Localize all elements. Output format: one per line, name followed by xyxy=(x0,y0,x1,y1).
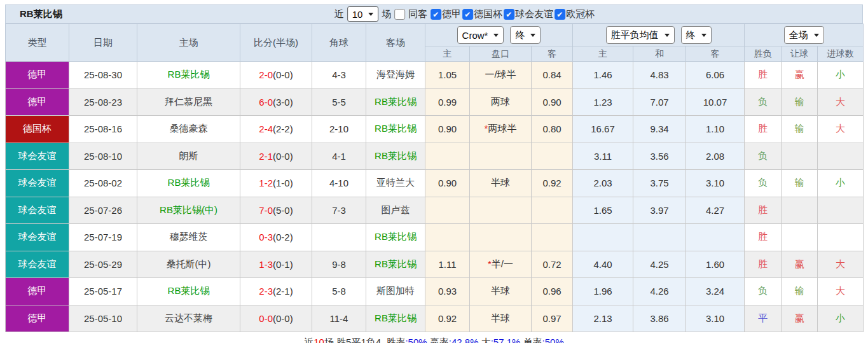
checkbox-icon[interactable] xyxy=(555,9,565,20)
odds-type-value: 胜平负均值 xyxy=(611,29,659,41)
handicap-line-cell xyxy=(470,143,532,170)
handicap-result-cell: 赢 xyxy=(782,305,818,332)
handicap-away-odds-cell: 0.97 xyxy=(532,305,573,332)
checkbox-icon[interactable] xyxy=(504,9,514,20)
league-type-cell: 德甲 xyxy=(6,278,69,305)
avg-draw-odds-cell: 3.56 xyxy=(633,143,686,170)
col-header-odds-away: 客 xyxy=(686,46,745,62)
away-team-cell: 斯图加特 xyxy=(366,278,425,305)
avg-home-odds-cell: 16.67 xyxy=(573,116,633,143)
matches-table: 类型 日期 主场 比分(半场) 角球 客场 Crow* 终 xyxy=(5,24,864,332)
summary-segment: :42.8% xyxy=(449,337,479,343)
col-header-handicap-away: 客 xyxy=(532,46,573,62)
goals-result-cell: 小 xyxy=(818,170,864,197)
same-opponent-checkbox[interactable] xyxy=(394,9,405,20)
avg-away-odds-cell: 1.10 xyxy=(686,116,745,143)
handicap-line-cell xyxy=(470,224,532,251)
corner-cell xyxy=(312,224,366,251)
handicap-company-select[interactable]: Crow* xyxy=(457,26,504,44)
checkbox-icon[interactable] xyxy=(431,9,441,20)
home-team-cell: 朗斯 xyxy=(137,143,240,170)
score-cell: 0-3(0-2) xyxy=(240,224,312,251)
avg-draw-odds-cell: 4.25 xyxy=(633,251,686,278)
match-row: 德甲25-08-23拜仁慕尼黑6-0(3-0)5-5RB莱比锡0.99两球0.9… xyxy=(6,88,864,116)
match-result-cell: 负 xyxy=(745,170,782,197)
league-type-cell: 球会友谊 xyxy=(6,251,69,278)
avg-home-odds-cell: 4.40 xyxy=(573,251,633,278)
chevron-down-icon xyxy=(665,34,670,37)
goals-result-cell: 大 xyxy=(818,88,864,116)
avg-away-odds-cell: 2.08 xyxy=(686,143,745,170)
chevron-down-icon xyxy=(814,34,819,37)
score-cell: 1-2(1-0) xyxy=(240,170,312,197)
summary-segment: 赢率 xyxy=(427,337,449,343)
summary-segment: 近 xyxy=(304,337,313,343)
col-header-handicap-line: 盘口 xyxy=(470,46,532,62)
league-filter-label: 德甲 xyxy=(442,8,461,20)
date-cell: 25-05-17 xyxy=(69,278,137,305)
avg-home-odds-cell: 1.96 xyxy=(573,278,633,305)
league-filter-德国杯[interactable]: 德国杯 xyxy=(462,8,502,20)
page-title: RB莱比锡 xyxy=(20,8,62,20)
league-filters: 德甲德国杯球会友谊欧冠杯 xyxy=(431,8,595,20)
handicap-result-cell xyxy=(782,197,818,224)
avg-home-odds-cell: 1.65 xyxy=(573,197,633,224)
avg-home-odds-cell: 2.13 xyxy=(573,305,633,332)
chevron-down-icon xyxy=(368,13,373,16)
goals-result-cell xyxy=(818,224,864,251)
summary-segment: 单率 xyxy=(520,337,542,343)
col-header-handicap-home: 主 xyxy=(425,46,470,62)
avg-away-odds-cell: 3.10 xyxy=(686,170,745,197)
handicap-home-odds-cell: 0.90 xyxy=(425,170,470,197)
handicap-home-odds-cell: 1.05 xyxy=(425,62,470,89)
header-selects-row: 类型 日期 主场 比分(半场) 角球 客场 Crow* 终 xyxy=(6,24,864,46)
recent-label: 近 xyxy=(334,8,344,20)
away-team-cell: RB莱比锡 xyxy=(366,143,425,170)
league-filter-德甲[interactable]: 德甲 xyxy=(431,8,461,20)
league-filter-欧冠杯[interactable]: 欧冠杯 xyxy=(555,8,595,20)
handicap-line-cell xyxy=(470,197,532,224)
date-cell: 25-07-26 xyxy=(69,197,137,224)
handicap-state-value: 终 xyxy=(515,29,525,41)
avg-draw-odds-cell: 3.75 xyxy=(633,170,686,197)
handicap-home-odds-cell: 1.11 xyxy=(425,251,470,278)
corner-cell: 5-8 xyxy=(312,278,366,305)
league-filter-label: 球会友谊 xyxy=(515,8,553,20)
odds-type-select[interactable]: 胜平负均值 xyxy=(606,26,675,44)
avg-home-odds-cell: 1.46 xyxy=(573,62,633,89)
league-type-cell: 球会友谊 xyxy=(6,197,69,224)
handicap-home-odds-cell: 0.93 xyxy=(425,278,470,305)
avg-draw-odds-cell xyxy=(633,224,686,251)
match-row: 球会友谊25-05-29桑托斯(中)1-3(0-1)9-8RB莱比锡1.11*半… xyxy=(6,251,864,278)
match-table-body: 德甲25-08-30RB莱比锡2-0(0-0)4-3海登海姆1.05一/球半0.… xyxy=(6,62,864,332)
home-team-cell: 穆瑟维茨 xyxy=(137,224,240,251)
handicap-result-cell: 输 xyxy=(782,116,818,143)
handicap-result-cell: 赢 xyxy=(782,251,818,278)
handicap-home-odds-cell xyxy=(425,197,470,224)
match-row: 球会友谊25-07-26RB莱比锡(中)7-0(5-0)7-3图卢兹1.653.… xyxy=(6,197,864,224)
handicap-result-cell: 赢 xyxy=(782,62,818,89)
corner-cell: 5-5 xyxy=(312,88,366,116)
handicap-state-select[interactable]: 终 xyxy=(510,26,541,44)
league-filter-label: 德国杯 xyxy=(474,8,502,20)
corner-cell: 9-8 xyxy=(312,251,366,278)
avg-draw-odds-cell: 9.34 xyxy=(633,116,686,143)
summary-segment: 10 xyxy=(313,337,324,343)
avg-home-odds-cell: 3.11 xyxy=(573,143,633,170)
league-filter-球会友谊[interactable]: 球会友谊 xyxy=(504,8,553,20)
away-team-cell: 海登海姆 xyxy=(366,62,425,89)
odds-state-select[interactable]: 终 xyxy=(681,26,712,44)
match-result-cell: 负 xyxy=(745,278,782,305)
date-cell: 25-08-02 xyxy=(69,170,137,197)
away-team-cell: 图卢兹 xyxy=(366,197,425,224)
col-header-odds-draw: 和 xyxy=(633,46,686,62)
league-type-cell: 球会友谊 xyxy=(6,170,69,197)
fulltime-scope-select[interactable]: 全场 xyxy=(784,26,824,44)
col-header-date: 日期 xyxy=(69,24,137,62)
date-cell: 25-07-19 xyxy=(69,224,137,251)
col-header-odds-home: 主 xyxy=(573,46,633,62)
avg-home-odds-cell: 1.23 xyxy=(573,88,633,116)
recent-count-select[interactable]: 10 xyxy=(347,6,379,22)
checkbox-icon[interactable] xyxy=(462,9,473,20)
avg-away-odds-cell: 4.27 xyxy=(686,197,745,224)
